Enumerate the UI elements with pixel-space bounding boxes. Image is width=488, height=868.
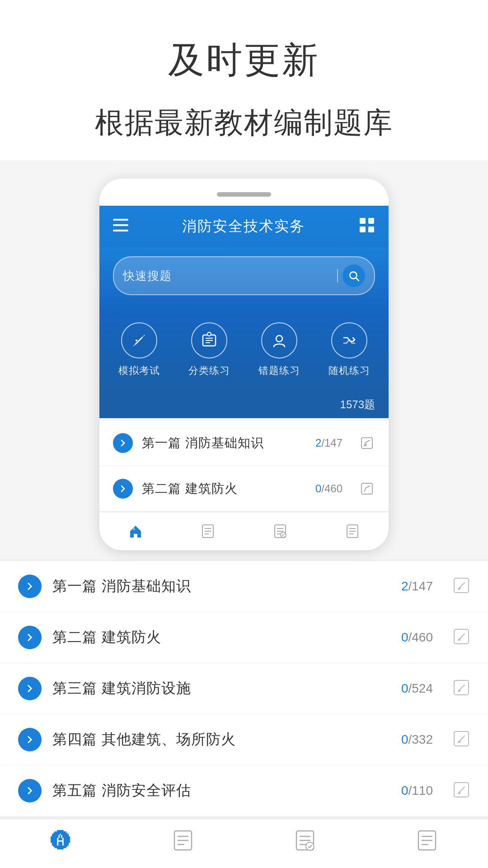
- bottom-navigation: 🅐: [0, 819, 488, 868]
- outer-edit-icon-5[interactable]: [453, 781, 470, 800]
- svg-text:A: A: [133, 527, 136, 531]
- wrong-practice-icon: [261, 322, 297, 359]
- nav-record[interactable]: [263, 519, 297, 543]
- outer-item-title-2: 第二篇 建筑防火: [52, 627, 390, 647]
- svg-point-9: [136, 340, 137, 341]
- search-area: 快速搜题: [99, 247, 389, 313]
- edit-icon[interactable]: [359, 435, 375, 451]
- outer-chevron-icon-1: [18, 575, 42, 598]
- search-placeholder: 快速搜题: [123, 268, 333, 284]
- outer-edit-icon-1[interactable]: [453, 577, 470, 596]
- outer-item-count-3: 0/524: [401, 681, 433, 696]
- wrong-practice-label: 错题练习: [258, 364, 300, 377]
- outer-chevron-icon-4: [18, 728, 42, 751]
- action-mock-exam[interactable]: 模拟考试: [118, 322, 160, 377]
- action-wrong-practice[interactable]: 错题练习: [258, 322, 300, 377]
- list-item[interactable]: 第一篇 消防基础知识 2/147: [99, 420, 389, 466]
- svg-rect-4: [368, 218, 374, 224]
- chevron-icon: [113, 479, 133, 499]
- outer-edit-icon-2[interactable]: [453, 628, 470, 647]
- outer-item-title-3: 第三篇 建筑消防设施: [52, 679, 390, 698]
- action-random-practice[interactable]: 随机练习: [328, 322, 370, 377]
- mock-exam-label: 模拟考试: [118, 364, 160, 377]
- quick-actions: 模拟考试 分类练习: [99, 313, 389, 391]
- nav-profile[interactable]: [335, 519, 370, 543]
- svg-rect-6: [368, 226, 374, 232]
- nav-item-record[interactable]: [260, 828, 350, 854]
- nav-practice[interactable]: [191, 519, 225, 543]
- nav-item-home[interactable]: 🅐: [16, 828, 106, 854]
- outer-item-title-1: 第一篇 消防基础知识: [52, 576, 390, 596]
- outer-list-item-1[interactable]: 第一篇 消防基础知识 2/147: [0, 561, 488, 612]
- category-practice-label: 分类练习: [188, 364, 230, 377]
- outer-edit-icon-3[interactable]: [453, 679, 470, 698]
- outer-chevron-icon-3: [18, 677, 42, 700]
- outer-list-item-3[interactable]: 第三篇 建筑消防设施 0/524: [0, 663, 488, 714]
- chevron-icon: [113, 433, 133, 453]
- category-practice-icon: [191, 322, 227, 359]
- search-box[interactable]: 快速搜题: [113, 256, 375, 295]
- outer-item-count-4: 0/332: [401, 732, 433, 747]
- outer-list-item-4[interactable]: 第四篇 其他建筑、场所防火 0/332: [0, 714, 488, 765]
- svg-point-46: [306, 842, 314, 850]
- nav-item-profile[interactable]: [382, 828, 472, 854]
- outer-edit-icon-4[interactable]: [453, 730, 470, 749]
- list-container: 第一篇 消防基础知识 2/147 第二篇 建筑防火 0/460: [99, 420, 389, 512]
- phone-notch: [217, 192, 271, 197]
- nav-home[interactable]: A: [118, 519, 153, 543]
- outer-item-count-2: 0/460: [401, 630, 433, 645]
- action-category-practice[interactable]: 分类练习: [188, 322, 230, 377]
- outer-chevron-icon-2: [18, 626, 42, 649]
- outer-chevron-icon-5: [18, 779, 42, 802]
- outer-item-title-5: 第五篇 消防安全评估: [52, 781, 390, 801]
- search-button[interactable]: [343, 264, 365, 287]
- phone-mockup: 消防安全技术实务 快速搜题: [99, 179, 389, 550]
- edit-icon[interactable]: [359, 481, 375, 497]
- page-subtitle: 根据最新教材编制题库: [18, 103, 470, 142]
- outer-list-item-5[interactable]: 第五篇 消防安全评估 0/110: [0, 765, 488, 816]
- svg-rect-0: [113, 219, 128, 221]
- phone-bottom-nav: A: [99, 512, 389, 550]
- svg-text:🅐: 🅐: [51, 829, 71, 853]
- svg-rect-3: [360, 218, 366, 224]
- total-count: 1573题: [340, 398, 375, 410]
- app-title: 消防安全技术实务: [182, 217, 305, 236]
- item-title: 第一篇 消防基础知识: [142, 434, 306, 452]
- svg-line-8: [356, 278, 359, 281]
- app-header: 消防安全技术实务 快速搜题: [99, 206, 389, 418]
- menu-icon[interactable]: [113, 218, 128, 235]
- svg-point-15: [276, 335, 282, 342]
- page-title: 及时更新: [18, 36, 470, 85]
- svg-point-14: [207, 332, 211, 336]
- item-count: 2/147: [315, 437, 343, 449]
- outer-item-title-4: 第四篇 其他建筑、场所防火: [52, 730, 390, 750]
- outer-item-count-5: 0/110: [401, 783, 433, 798]
- svg-rect-16: [361, 438, 372, 448]
- grid-icon[interactable]: [359, 217, 375, 236]
- outer-list-item-2[interactable]: 第二篇 建筑防火 0/460: [0, 612, 488, 663]
- mock-exam-icon: [121, 322, 157, 359]
- svg-rect-2: [113, 230, 128, 231]
- stats-bar: 1573题: [99, 391, 389, 418]
- list-item[interactable]: 第二篇 建筑防火 0/460: [99, 466, 389, 512]
- item-title: 第二篇 建筑防火: [142, 480, 306, 497]
- svg-rect-17: [361, 483, 372, 494]
- nav-item-list[interactable]: [138, 828, 228, 854]
- svg-rect-1: [113, 224, 128, 226]
- svg-rect-5: [360, 226, 366, 232]
- outer-item-count-1: 2/147: [401, 579, 433, 594]
- random-practice-icon: [331, 322, 367, 359]
- search-divider: [337, 269, 338, 283]
- random-practice-label: 随机练习: [328, 364, 370, 377]
- item-count: 0/460: [315, 482, 343, 495]
